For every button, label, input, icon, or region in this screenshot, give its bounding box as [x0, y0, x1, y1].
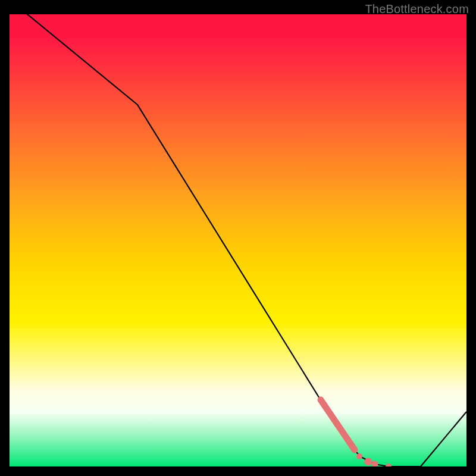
plot-area	[10, 14, 466, 466]
marker-dot	[356, 453, 362, 459]
marker-thick-segment	[321, 400, 355, 450]
chart-overlay	[10, 14, 466, 466]
marker-dot	[386, 464, 392, 466]
marker-dot	[372, 461, 378, 467]
chart-frame: TheBottleneck.com	[0, 0, 476, 476]
curve-line	[10, 14, 466, 466]
marker-dot	[365, 458, 372, 466]
attribution-text: TheBottleneck.com	[365, 2, 469, 16]
